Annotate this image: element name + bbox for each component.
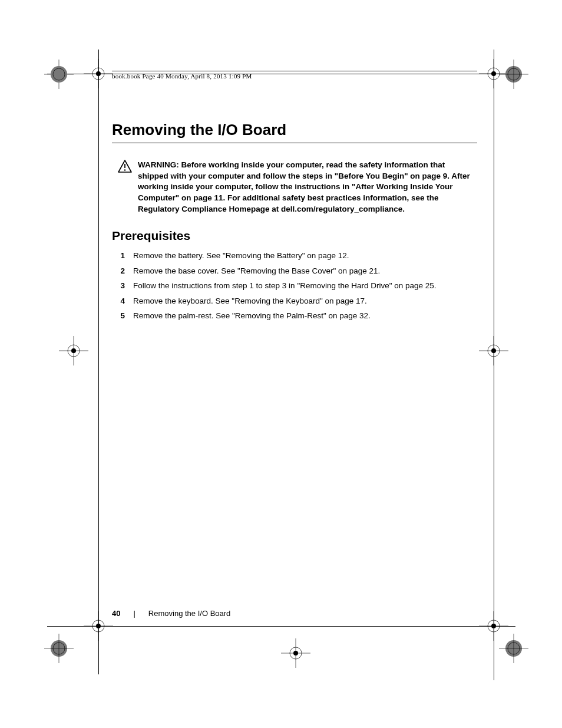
svg-point-47 xyxy=(124,169,125,170)
printer-mark-icon xyxy=(59,336,88,365)
svg-point-32 xyxy=(96,624,101,628)
title-rule xyxy=(112,143,477,143)
footer-separator: | xyxy=(133,609,135,618)
svg-point-36 xyxy=(293,651,298,655)
page-footer: 40 | Removing the I/O Board xyxy=(112,609,230,618)
list-item: 4Remove the keyboard. See "Removing the … xyxy=(119,295,477,307)
svg-point-20 xyxy=(71,348,76,353)
list-item: 5Remove the palm-rest. See "Removing the… xyxy=(119,310,477,322)
printer-mark-icon xyxy=(84,611,113,641)
step-number: 3 xyxy=(119,280,125,292)
printer-mark-icon xyxy=(499,60,528,89)
step-number: 4 xyxy=(119,295,125,307)
step-number: 1 xyxy=(119,250,125,262)
list-item: 3Follow the instructions from step 1 to … xyxy=(119,280,477,292)
svg-point-40 xyxy=(491,624,496,628)
page-title: Removing the I/O Board xyxy=(112,121,477,139)
step-text: Remove the battery. See "Removing the Ba… xyxy=(133,250,477,262)
list-item: 1Remove the battery. See "Removing the B… xyxy=(119,250,477,262)
warning-body: Before working inside your computer, rea… xyxy=(138,160,470,213)
step-text: Remove the keyboard. See "Removing the K… xyxy=(133,295,477,307)
step-text: Follow the instructions from step 1 to s… xyxy=(133,280,477,292)
svg-point-8 xyxy=(96,71,101,76)
step-number: 2 xyxy=(119,265,125,277)
svg-point-24 xyxy=(491,348,496,353)
printer-mark-icon xyxy=(479,336,508,365)
warning-text: WARNING: Before working inside your comp… xyxy=(138,160,477,215)
svg-point-12 xyxy=(491,71,496,76)
list-item: 2Remove the base cover. See "Removing th… xyxy=(119,265,477,277)
footer-title: Removing the I/O Board xyxy=(148,609,230,618)
warning-label: WARNING: xyxy=(138,160,181,169)
printer-mark-icon xyxy=(44,634,74,663)
printer-mark-icon xyxy=(281,638,310,668)
printer-mark-icon xyxy=(44,60,74,89)
printer-mark-icon xyxy=(84,59,113,88)
page-content: book.book Page 40 Monday, April 8, 2013 … xyxy=(112,71,477,325)
warning-block: WARNING: Before working inside your comp… xyxy=(112,160,477,215)
header-meta: book.book Page 40 Monday, April 8, 2013 … xyxy=(112,71,477,80)
section-heading-prerequisites: Prerequisites xyxy=(112,229,477,243)
printer-mark-icon xyxy=(499,634,528,663)
page-number: 40 xyxy=(112,609,120,618)
warning-icon xyxy=(118,160,132,215)
step-text: Remove the base cover. See "Removing the… xyxy=(133,265,477,277)
step-number: 5 xyxy=(119,310,125,322)
step-text: Remove the palm-rest. See "Removing the … xyxy=(133,310,477,322)
steps-list: 1Remove the battery. See "Removing the B… xyxy=(112,250,477,322)
